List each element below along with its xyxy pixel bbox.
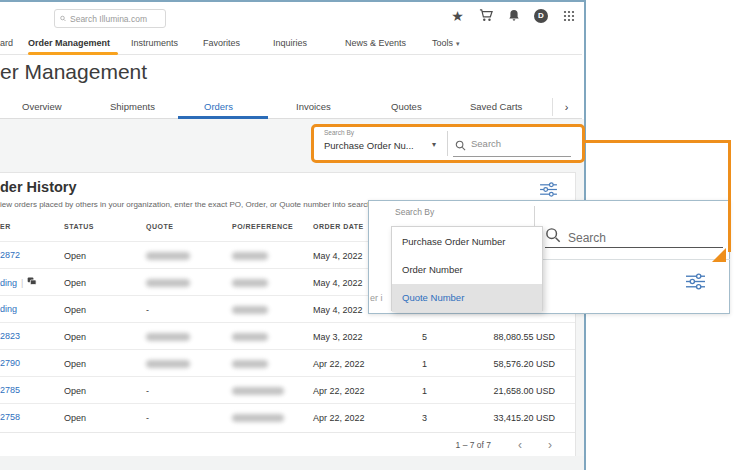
order-number-link[interactable]: 2758 — [0, 412, 20, 422]
order-date: Apr 22, 2022 — [313, 359, 365, 369]
order-status: Open — [64, 332, 86, 342]
order-status: Open — [64, 413, 86, 423]
search-icon — [545, 227, 561, 247]
divider — [534, 206, 535, 228]
chevron-down-icon: ▾ — [456, 40, 460, 47]
tab-shipments[interactable]: Shipments — [110, 101, 155, 112]
callout-connector-horizontal — [585, 140, 731, 143]
quote-cell: - — [146, 305, 149, 315]
redacted-value — [146, 333, 190, 341]
quote-cell — [146, 278, 190, 289]
active-nav-underline — [28, 52, 118, 55]
search-by-control-highlighted: Search By Purchase Order Nu... ▾ Search — [311, 124, 585, 163]
order-total: 21,658.00 USD — [493, 386, 555, 396]
order-date: Apr 22, 2022 — [313, 413, 365, 423]
redacted-value — [232, 333, 268, 341]
tab-saved-carts[interactable]: Saved Carts — [470, 101, 522, 112]
redacted-value — [232, 306, 268, 314]
column-header: ER — [0, 223, 11, 230]
divider — [541, 259, 730, 260]
notifications-bell-icon[interactable] — [506, 8, 521, 23]
table-row: 2785Open-Apr 22, 2022121,658.00 USD — [0, 376, 575, 403]
redacted-value — [232, 414, 284, 422]
pagination-bar: 1 – 7 of 7 ‹ › — [0, 432, 575, 456]
nav-item-order-management[interactable]: Order Management — [28, 38, 110, 48]
order-number-link[interactable]: 2790 — [0, 358, 20, 368]
order-date: May 4, 2022 — [313, 278, 363, 288]
order-number-link[interactable]: ding — [0, 304, 17, 314]
quantity-cell: 1 — [405, 359, 427, 369]
order-status: Open — [64, 305, 86, 315]
column-header: PO/REFERENCE — [232, 223, 293, 230]
notes-icon — [27, 277, 37, 288]
column-header: STATUS — [64, 223, 94, 230]
divider: | — [21, 278, 23, 288]
nav-item-news-events[interactable]: News & Events — [345, 38, 406, 48]
nav-item-tools[interactable]: Tools▾ — [432, 38, 460, 48]
main-nav: ardOrder ManagementInstrumentsFavoritesI… — [0, 32, 582, 55]
redacted-value — [146, 360, 190, 368]
table-row: 2790OpenApr 22, 2022158,576.20 USD — [0, 349, 575, 376]
redacted-value — [146, 279, 190, 287]
topbar-icon-group: ★ D — [450, 8, 576, 23]
order-total: 88,080.55 USD — [493, 332, 555, 342]
quantity-cell: 3 — [405, 413, 427, 423]
order-number-link[interactable]: 2872 — [0, 250, 20, 260]
page-title: er Management — [0, 60, 147, 84]
quantity-cell: 1 — [405, 386, 427, 396]
tab-overview[interactable]: Overview — [22, 101, 62, 112]
table-row: 2823OpenMay 3, 2022588,080.55 USD — [0, 322, 575, 349]
search-input[interactable]: Search — [568, 231, 606, 245]
cart-icon[interactable] — [478, 8, 493, 23]
po-reference-cell — [232, 413, 284, 424]
nav-item-instruments[interactable]: Instruments — [131, 38, 178, 48]
search-icon — [60, 14, 66, 23]
redacted-value — [232, 252, 268, 260]
search-by-dropdown[interactable]: Purchase Order Nu... — [324, 140, 414, 151]
order-date: Apr 22, 2022 — [313, 386, 365, 396]
tab-invoices[interactable]: Invoices — [296, 101, 331, 112]
order-history-subtitle: iew orders placed by others in your orga… — [0, 200, 374, 209]
site-search-box[interactable] — [54, 9, 166, 28]
dropdown-option-order-number[interactable]: Order Number — [392, 255, 542, 283]
chevron-down-icon[interactable]: ▾ — [432, 140, 436, 149]
order-history-title: der History — [0, 179, 77, 195]
tab-orders[interactable]: Orders — [204, 101, 233, 112]
quote-cell — [146, 332, 190, 343]
order-status: Open — [64, 386, 86, 396]
pagination-next-button[interactable]: › — [541, 436, 559, 454]
dropdown-option-purchase-order-number[interactable]: Purchase Order Number — [392, 227, 542, 255]
order-number-link[interactable]: ding| — [0, 277, 37, 288]
tabs-overflow-button[interactable]: › — [552, 98, 580, 116]
column-header: ORDER DATE — [313, 223, 364, 230]
order-number-link[interactable]: 2823 — [0, 331, 20, 341]
search-by-label: Search By — [395, 207, 434, 217]
tab-bar: › OverviewShipmentsOrdersInvoicesQuotesS… — [0, 94, 582, 119]
quote-cell — [146, 359, 190, 370]
quantity-cell: 5 — [405, 332, 427, 342]
filter-sliders-icon[interactable] — [683, 269, 707, 293]
search-input-underline — [453, 156, 571, 157]
order-date: May 4, 2022 — [313, 251, 363, 261]
order-total: 33,415.20 USD — [493, 413, 555, 423]
search-by-label: Search By — [324, 129, 354, 136]
search-by-dropdown-menu: Purchase Order NumberOrder NumberQuote N… — [391, 226, 543, 311]
favorites-star-icon[interactable]: ★ — [450, 8, 465, 23]
nav-item-favorites[interactable]: Favorites — [203, 38, 240, 48]
nav-item-inquiries[interactable]: Inquiries — [273, 38, 307, 48]
search-input[interactable]: Search — [471, 138, 501, 149]
po-reference-cell — [232, 359, 268, 370]
order-number-link[interactable]: 2785 — [0, 385, 20, 395]
background-text-fragment: er i — [370, 293, 383, 303]
app-grid-icon[interactable] — [561, 8, 576, 23]
po-reference-cell — [232, 386, 284, 397]
site-search-input[interactable] — [70, 14, 160, 24]
order-status: Open — [64, 278, 86, 288]
filter-sliders-icon[interactable] — [537, 178, 559, 200]
dropdown-option-quote-number[interactable]: Quote Number — [392, 284, 542, 312]
tab-quotes[interactable]: Quotes — [391, 101, 422, 112]
nav-item-ard[interactable]: ard — [0, 38, 13, 48]
redacted-value — [146, 252, 190, 260]
pagination-prev-button[interactable]: ‹ — [511, 436, 529, 454]
user-avatar[interactable]: D — [534, 9, 548, 23]
